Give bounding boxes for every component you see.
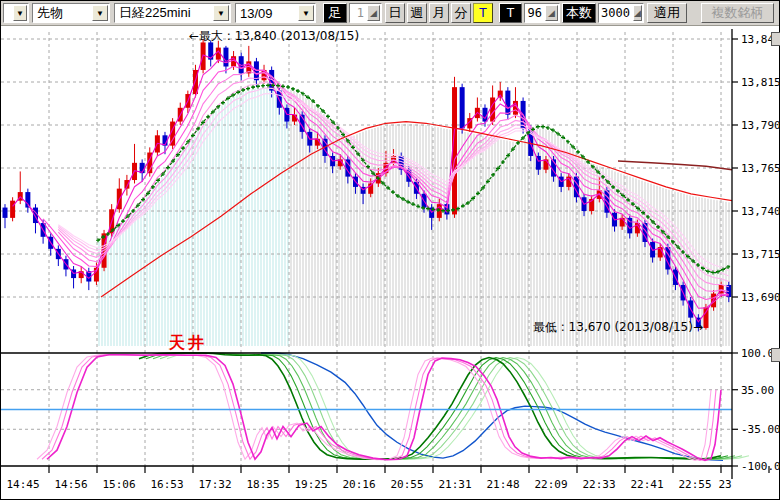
tick-size-value: 96 bbox=[525, 6, 544, 20]
bar-count-input[interactable]: 3000 ◢ bbox=[598, 3, 644, 23]
svg-text:22:55: 22:55 bbox=[678, 478, 711, 491]
svg-text:-100.00: -100.00 bbox=[741, 460, 779, 473]
spinner-icon[interactable]: ◢ bbox=[367, 5, 380, 21]
symbol-value: 日経225mini bbox=[115, 4, 212, 22]
svg-text:18:35: 18:35 bbox=[246, 478, 279, 491]
ceiling-signal-label: 天井 bbox=[169, 333, 207, 354]
svg-text:20:16: 20:16 bbox=[342, 478, 375, 491]
svg-text:13,690: 13,690 bbox=[741, 291, 779, 304]
svg-text:13,740: 13,740 bbox=[741, 205, 779, 218]
svg-text:16:53: 16:53 bbox=[150, 478, 183, 491]
dropdown-icon[interactable]: ▼ bbox=[13, 5, 27, 21]
dropdown-icon[interactable]: ▼ bbox=[213, 5, 229, 21]
bar-count-button[interactable]: 本数 bbox=[562, 3, 596, 23]
svg-text:13,715: 13,715 bbox=[741, 248, 779, 261]
svg-text:22:41: 22:41 bbox=[630, 478, 663, 491]
svg-text:21:48: 21:48 bbox=[486, 478, 519, 491]
instrument-type-select[interactable]: 先物 ▼ bbox=[32, 3, 110, 23]
chart-canvas[interactable]: 13,84013,81513,79013,76513,74013,71513,6… bbox=[1, 26, 779, 499]
bar-type-button[interactable]: 足 bbox=[323, 3, 347, 23]
chart-svg[interactable]: 13,84013,81513,79013,76513,74013,71513,6… bbox=[1, 26, 779, 499]
tick-toggle-button[interactable]: T bbox=[473, 3, 493, 23]
period-week-button[interactable]: 週 bbox=[407, 3, 427, 23]
dropdown-icon[interactable]: ▼ bbox=[92, 5, 108, 21]
multi-symbol-button[interactable]: 複数銘柄 bbox=[701, 3, 774, 23]
svg-text:22:09: 22:09 bbox=[534, 478, 567, 491]
svg-text:13,790: 13,790 bbox=[741, 119, 779, 132]
clipped-edge-widget bbox=[771, 32, 780, 46]
contract-month-value: 13/09 bbox=[236, 6, 297, 21]
svg-text:35.00: 35.00 bbox=[741, 384, 774, 397]
svg-text:19:25: 19:25 bbox=[294, 478, 327, 491]
contract-month-select[interactable]: 13/09 ▼ bbox=[235, 3, 316, 23]
mini-select[interactable]: ▼ bbox=[3, 3, 29, 23]
tick-size-input[interactable]: 96 ◢ bbox=[524, 3, 560, 23]
dropdown-icon[interactable]: ▼ bbox=[298, 5, 314, 21]
period-day-button[interactable]: 日 bbox=[385, 3, 405, 23]
interval-input[interactable]: 1 ◢ bbox=[349, 3, 382, 23]
max-price-annotation: ←最大 : 13,840 (2013/08/15) bbox=[189, 28, 359, 45]
svg-text:13,815: 13,815 bbox=[741, 76, 779, 89]
spinner-icon[interactable]: ◢ bbox=[545, 5, 558, 21]
svg-text:-35.00: -35.00 bbox=[741, 423, 779, 436]
period-minute-button[interactable]: 分 bbox=[451, 3, 471, 23]
toolbar: ▼ 先物 ▼ 日経225mini ▼ 13/09 ▼ 足 1 ◢ 日 週 月 分… bbox=[1, 1, 779, 26]
svg-text:14:56: 14:56 bbox=[54, 478, 87, 491]
period-month-button[interactable]: 月 bbox=[429, 3, 449, 23]
spinner-icon[interactable]: ◢ bbox=[633, 5, 642, 21]
svg-text:23: 23 bbox=[718, 478, 731, 491]
interval-value: 1 bbox=[350, 6, 366, 20]
tick-label-button[interactable]: T bbox=[499, 3, 522, 23]
svg-text:15:06: 15:06 bbox=[102, 478, 135, 491]
svg-text:20:55: 20:55 bbox=[390, 478, 423, 491]
svg-text:21:31: 21:31 bbox=[438, 478, 471, 491]
chart-window: ▼ 先物 ▼ 日経225mini ▼ 13/09 ▼ 足 1 ◢ 日 週 月 分… bbox=[0, 0, 780, 500]
apply-button[interactable]: 適用 bbox=[647, 3, 687, 23]
instrument-type-value: 先物 bbox=[33, 4, 91, 22]
bar-count-value: 3000 bbox=[599, 6, 632, 20]
clipped-edge-widget bbox=[771, 348, 780, 362]
min-price-annotation: 最低 : 13,670 (2013/08/15)→ bbox=[503, 319, 703, 336]
svg-text:17:32: 17:32 bbox=[198, 478, 231, 491]
svg-text:14:45: 14:45 bbox=[6, 478, 39, 491]
symbol-select[interactable]: 日経225mini ▼ bbox=[114, 3, 231, 23]
svg-text:13,765: 13,765 bbox=[741, 162, 779, 175]
svg-text:22:33: 22:33 bbox=[582, 478, 615, 491]
